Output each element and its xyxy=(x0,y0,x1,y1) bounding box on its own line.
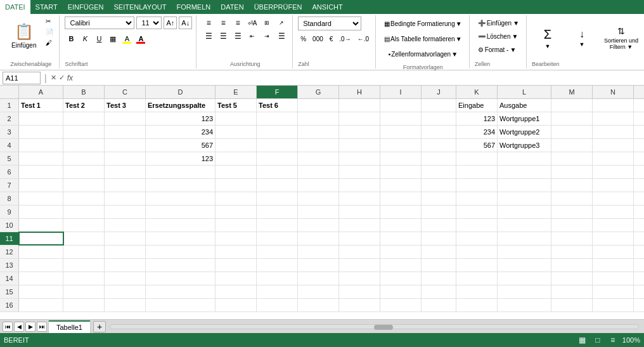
delete-cells-button[interactable]: ➖ Löschen ▼ xyxy=(475,30,522,43)
cell-a1[interactable]: Test 1 xyxy=(19,99,63,112)
cell-c8[interactable] xyxy=(105,192,146,205)
cell-h1[interactable] xyxy=(339,99,380,112)
cell-e8[interactable] xyxy=(216,192,257,205)
cell-g7[interactable] xyxy=(298,179,339,192)
cell-a3[interactable] xyxy=(19,126,63,138)
accounting-button[interactable]: € xyxy=(327,33,336,44)
cell-m11[interactable] xyxy=(551,232,593,245)
align-center-button[interactable]: ☰ xyxy=(216,30,230,43)
page-layout-button[interactable]: □ xyxy=(592,334,603,346)
cell-b7[interactable] xyxy=(63,179,105,192)
cell-n3[interactable] xyxy=(593,126,634,138)
col-header-k[interactable]: K xyxy=(456,86,498,98)
cell-a2[interactable] xyxy=(19,112,63,125)
cell-d2[interactable]: 123 xyxy=(146,112,216,125)
cell-l1[interactable]: Ausgabe xyxy=(498,99,551,112)
cell-m8[interactable] xyxy=(551,192,593,205)
cell-n6[interactable] xyxy=(593,166,634,178)
format-as-table-button[interactable]: ▤ Als Tabelle formatieren ▼ xyxy=(381,32,465,46)
col-header-m[interactable]: M xyxy=(551,86,593,98)
cell-a9[interactable] xyxy=(19,206,63,218)
cell-d11[interactable] xyxy=(146,232,216,245)
cell-j5[interactable] xyxy=(422,152,456,165)
cell-d5[interactable]: 123 xyxy=(146,152,216,165)
cell-f5[interactable] xyxy=(257,152,298,165)
decrease-indent-button[interactable]: ⇤ xyxy=(245,30,259,43)
cell-b5[interactable] xyxy=(63,152,105,165)
cell-g10[interactable] xyxy=(298,219,339,232)
underline-button[interactable]: U xyxy=(93,32,105,45)
insert-cells-button[interactable]: ➕ Einfügen ▼ xyxy=(475,16,522,29)
col-header-g[interactable]: G xyxy=(298,86,339,98)
cell-h2[interactable] xyxy=(339,112,380,125)
cell-b8[interactable] xyxy=(63,192,105,205)
cell-n7[interactable] xyxy=(593,179,634,192)
cell-a8[interactable] xyxy=(19,192,63,205)
cell-k9[interactable] xyxy=(456,206,498,218)
cell-j1[interactable] xyxy=(422,99,456,112)
align-top-center-button[interactable]: ≡ xyxy=(216,16,230,29)
merge-button[interactable]: ⊞ xyxy=(260,16,274,29)
cell-g2[interactable] xyxy=(298,112,339,125)
cell-e11[interactable] xyxy=(216,232,257,245)
cell-k6[interactable] xyxy=(456,166,498,178)
cell-m5[interactable] xyxy=(551,152,593,165)
increase-decimal-button[interactable]: .0→ xyxy=(337,33,353,44)
cell-d8[interactable] xyxy=(146,192,216,205)
cell-i9[interactable] xyxy=(380,206,422,218)
cell-n8[interactable] xyxy=(593,192,634,205)
row-header-12[interactable]: 12 xyxy=(0,246,19,258)
fill-color-button[interactable]: A xyxy=(120,32,133,45)
format-cells-button[interactable]: ⚙ Format - ▼ xyxy=(475,43,522,56)
cell-c2[interactable] xyxy=(105,112,146,125)
cell-reference-input[interactable] xyxy=(3,72,41,84)
cell-h8[interactable] xyxy=(339,192,380,205)
increase-font-button[interactable]: A↑ xyxy=(164,16,177,29)
align-justify-button[interactable]: ☰ xyxy=(274,30,288,43)
cell-e1[interactable]: Test 5 xyxy=(216,99,257,112)
copy-button[interactable]: 📄 xyxy=(44,27,55,37)
cell-f11[interactable] xyxy=(257,232,298,245)
cell-k5[interactable] xyxy=(456,152,498,165)
menu-datei[interactable]: DATEI xyxy=(0,0,30,14)
col-header-n[interactable]: N xyxy=(593,86,634,98)
col-header-j[interactable]: J xyxy=(422,86,456,98)
row-header-3[interactable]: 3 xyxy=(0,126,19,138)
menu-ueberpruefen[interactable]: ÜBERPRÜFEN xyxy=(249,0,307,14)
cell-k3[interactable]: 234 xyxy=(456,126,498,138)
cell-c10[interactable] xyxy=(105,219,146,232)
cell-g8[interactable] xyxy=(298,192,339,205)
menu-daten[interactable]: DATEN xyxy=(216,0,248,14)
cell-i3[interactable] xyxy=(380,126,422,138)
tab-prev-button[interactable]: ◀ xyxy=(14,322,24,332)
tab-first-button[interactable]: ⏮ xyxy=(3,322,13,332)
row-header-11[interactable]: 11 xyxy=(0,232,19,245)
text-direction-button[interactable]: ↗ xyxy=(274,16,288,29)
add-sheet-button[interactable]: + xyxy=(93,321,106,332)
cell-j11[interactable] xyxy=(422,232,456,245)
cell-i11[interactable] xyxy=(380,232,422,245)
cell-d4[interactable]: 567 xyxy=(146,139,216,152)
italic-button[interactable]: K xyxy=(79,32,91,45)
cell-f3[interactable] xyxy=(257,126,298,138)
cell-h9[interactable] xyxy=(339,206,380,218)
cell-n10[interactable] xyxy=(593,219,634,232)
conditional-formatting-button[interactable]: ▦ Bedingte Formatierung ▼ xyxy=(381,16,465,30)
align-top-right-button[interactable]: ≡ xyxy=(231,16,245,29)
page-break-button[interactable]: ≡ xyxy=(607,334,619,346)
sort-filter-button[interactable]: ⇅ Sortieren undFiltern ▼ xyxy=(600,19,642,57)
col-header-e[interactable]: E xyxy=(216,86,257,98)
cell-j9[interactable] xyxy=(422,206,456,218)
cell-e3[interactable] xyxy=(216,126,257,138)
cell-c6[interactable] xyxy=(105,166,146,178)
cell-b4[interactable] xyxy=(63,139,105,152)
col-header-f[interactable]: F xyxy=(257,86,298,98)
cell-h11[interactable] xyxy=(339,232,380,245)
cell-m3[interactable] xyxy=(551,126,593,138)
cell-b3[interactable] xyxy=(63,126,105,138)
cell-e6[interactable] xyxy=(216,166,257,178)
cell-l5[interactable] xyxy=(498,152,551,165)
cell-n2[interactable] xyxy=(593,112,634,125)
normal-view-button[interactable]: ▦ xyxy=(577,334,588,346)
cell-g11[interactable] xyxy=(298,232,339,245)
